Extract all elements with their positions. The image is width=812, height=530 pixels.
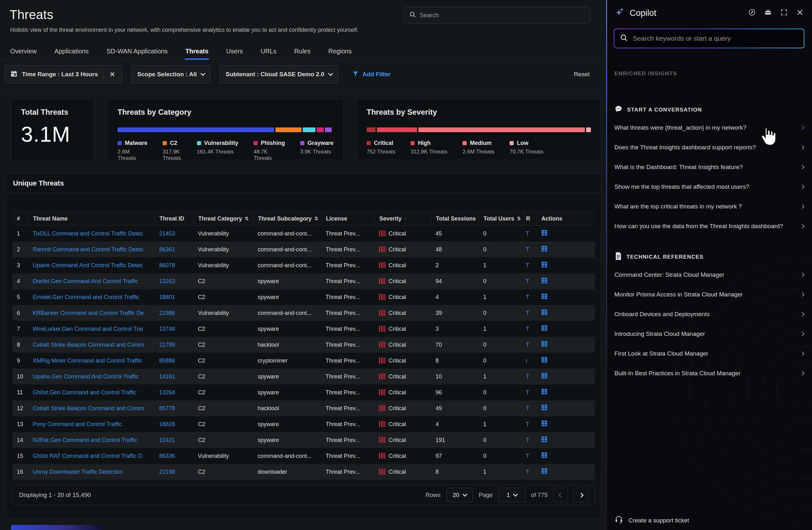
threat-id-link[interactable]: 11921 [159, 437, 175, 443]
recommended-action-link[interactable]: i [526, 357, 527, 364]
scope-selection-dropdown[interactable]: Scope Selection : All [131, 65, 211, 84]
threat-id-link[interactable]: 86361 [159, 246, 175, 253]
reference-item[interactable]: Introducing Strata Cloud Manager [614, 324, 804, 344]
threat-id-link[interactable]: 85886 [159, 357, 175, 364]
time-range-filter-chip[interactable]: Time Range : Last 3 Hours ✕ [4, 65, 122, 84]
create-support-ticket-button[interactable]: Create a support ticket [614, 516, 689, 525]
recommended-action-link[interactable]: T [526, 453, 529, 459]
threat-id-link[interactable]: 13263 [159, 278, 175, 284]
actions-grid-icon[interactable] [541, 436, 548, 443]
actions-grid-icon[interactable] [541, 261, 548, 268]
actions-grid-icon[interactable] [541, 341, 548, 347]
conversation-item[interactable]: Does the Threat Insights dashboard suppo… [614, 138, 804, 157]
actions-grid-icon[interactable] [541, 452, 548, 459]
threat-id-link[interactable]: 18801 [159, 294, 175, 300]
recommended-action-link[interactable]: T [526, 230, 529, 237]
add-filter-button[interactable]: Add Filter [352, 71, 391, 78]
tab-rules[interactable]: Rules [293, 44, 311, 59]
reference-item[interactable]: Onboard Devices and Deployments [614, 304, 804, 324]
threat-name-link[interactable]: Gh0st RAT Command and Control Traffic D [33, 453, 142, 459]
recommended-action-link[interactable]: T [526, 437, 529, 443]
column-header-severity[interactable]: Severity↓ [375, 212, 431, 226]
tab-sd-wan-applications[interactable]: SD-WAN Applications [106, 44, 169, 59]
threat-name-link[interactable]: Ramnit Command and Control Traffic Detec [33, 246, 144, 253]
threat-id-link[interactable]: 21986 [159, 310, 175, 316]
reference-item[interactable]: Monitor Prisma Access in Strata Cloud Ma… [614, 285, 804, 304]
tab-regions[interactable]: Regions [328, 44, 352, 59]
recommended-action-link[interactable]: T [526, 310, 529, 316]
recommended-action-link[interactable]: T [526, 469, 529, 475]
rows-per-page-select[interactable]: 20 [446, 488, 473, 502]
tab-applications[interactable]: Applications [54, 44, 89, 59]
threat-id-link[interactable]: 18828 [159, 421, 175, 427]
conversation-item[interactable]: What are the top critical threats in my … [614, 197, 804, 216]
feedback-icon[interactable] [748, 9, 756, 17]
threat-name-link[interactable]: Upatre Command And Control Traffic Detec [33, 262, 143, 269]
reference-item[interactable]: Command Center: Strata Cloud Manager [614, 265, 804, 285]
reference-item[interactable]: Built-In Best Practices in Strata Cloud … [614, 363, 804, 383]
reference-item[interactable]: First Look at Strata Cloud Manager [614, 344, 804, 363]
recommended-action-link[interactable]: T [526, 278, 529, 284]
threat-name-link[interactable]: TixDLL Command and Control Traffic Detec [33, 230, 143, 237]
expand-icon[interactable] [780, 9, 788, 17]
threat-id-link[interactable]: 22198 [159, 469, 175, 475]
recommended-action-link[interactable]: T [526, 246, 529, 253]
tab-users[interactable]: Users [226, 44, 243, 59]
threat-name-link[interactable]: Emotet.Gen Command and Control Traffic [33, 294, 140, 300]
threat-name-link[interactable]: XMRig Miner Command and Control Traffic [33, 357, 142, 364]
actions-grid-icon[interactable] [541, 325, 548, 331]
threat-id-link[interactable]: 14161 [159, 373, 175, 380]
threat-id-link[interactable]: 13264 [159, 389, 175, 396]
threat-id-link[interactable]: 21453 [159, 230, 175, 237]
threat-name-link[interactable]: Gh0st.Gen Command and Control Traffic [33, 389, 136, 396]
conversation-item[interactable]: What threats were {threat_action} in my … [614, 118, 804, 138]
tab-overview[interactable]: Overview [10, 44, 37, 59]
search-input[interactable] [420, 12, 585, 19]
close-icon[interactable] [796, 9, 804, 17]
actions-grid-icon[interactable] [541, 420, 548, 427]
actions-grid-icon[interactable] [541, 293, 548, 300]
threat-id-link[interactable]: 86078 [159, 262, 175, 269]
briefcase-icon[interactable] [764, 9, 772, 17]
threat-name-link[interactable]: KRBanker Command and Control Traffic De [33, 310, 144, 316]
threat-id-link[interactable]: 86336 [159, 453, 175, 459]
prev-page-button[interactable] [553, 488, 568, 502]
recommended-action-link[interactable]: T [526, 421, 529, 427]
column-header-total-sessions[interactable]: Total Sessions⇅ [431, 212, 479, 226]
threat-id-link[interactable]: 85778 [159, 405, 175, 412]
recommended-action-link[interactable]: T [526, 326, 529, 332]
actions-grid-icon[interactable] [541, 357, 548, 363]
column-header-threat-subcategory[interactable]: Threat Subcategory⇅ [253, 212, 321, 226]
sort-icon[interactable]: ⇅ [245, 216, 249, 221]
recommended-action-link[interactable]: T [526, 373, 529, 380]
sort-icon[interactable]: ⇅ [314, 216, 318, 221]
actions-grid-icon[interactable] [541, 277, 548, 284]
threat-name-link[interactable]: Cobalt Strike Beacon Command and Contro [33, 405, 144, 412]
recommended-action-link[interactable]: T [526, 389, 529, 396]
subtenant-dropdown[interactable]: Subtenant : Cloud SASE Demo 2.0 [219, 65, 338, 84]
threat-name-link[interactable]: Pony Command and Control Traffic [33, 421, 122, 427]
threat-name-link[interactable]: Cobalt Strike Beacon Command and Contro [33, 342, 144, 348]
threat-id-link[interactable]: 21789 [159, 342, 175, 348]
conversation-item[interactable]: What is the Dashboard: Threat Insights f… [614, 157, 804, 177]
page-select[interactable]: 1 [498, 488, 525, 502]
column-header-threat-category[interactable]: Threat Category⇅ [193, 212, 253, 226]
threat-name-link[interactable]: WireLurker.Gen Command and Control Trai [33, 326, 143, 332]
conversation-item[interactable]: How can you use the data from the Threat… [614, 216, 804, 236]
actions-grid-icon[interactable] [541, 468, 548, 474]
threat-name-link[interactable]: Dorifel.Gen Command And Control Traffic [33, 278, 138, 284]
threat-name-link[interactable]: NJRat.Gen Command and Control Traffic [33, 437, 137, 443]
actions-grid-icon[interactable] [541, 309, 548, 316]
copilot-search-box[interactable] [614, 29, 804, 48]
tab-urls[interactable]: URLs [260, 44, 277, 59]
global-search[interactable] [404, 7, 590, 24]
sort-icon[interactable]: ⇅ [517, 216, 521, 221]
actions-grid-icon[interactable] [541, 388, 548, 395]
actions-grid-icon[interactable] [541, 372, 548, 379]
conversation-item[interactable]: Show me the top threats that affected mo… [614, 177, 804, 197]
recommended-action-link[interactable]: T [526, 342, 529, 348]
actions-grid-icon[interactable] [541, 229, 548, 236]
threat-id-link[interactable]: 13748 [159, 326, 175, 332]
next-page-button[interactable] [574, 488, 588, 502]
recommended-action-link[interactable]: T [526, 294, 529, 300]
